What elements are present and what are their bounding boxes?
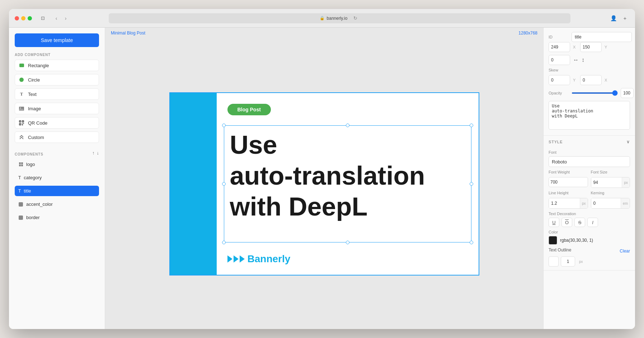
canvas-dimensions: 1280x768 xyxy=(518,31,537,36)
x-axis-label: X xyxy=(573,45,577,49)
component-list-item-category[interactable]: T category xyxy=(15,172,99,183)
save-template-button[interactable]: Save template xyxy=(15,33,99,47)
qrcode-icon xyxy=(19,120,24,126)
outline-width-input[interactable] xyxy=(561,256,575,267)
new-tab-button[interactable]: + xyxy=(621,14,629,23)
y-input[interactable] xyxy=(580,42,602,52)
color-swatch[interactable] xyxy=(549,236,557,245)
bannerly-text: Bannerly xyxy=(248,253,291,265)
handle-bot-right[interactable] xyxy=(470,241,473,244)
handle-bot-mid[interactable] xyxy=(346,241,349,244)
strikethrough-button[interactable]: S xyxy=(574,218,585,227)
account-icon-button[interactable]: 👤 xyxy=(609,14,618,23)
opacity-slider[interactable] xyxy=(572,92,618,94)
skew-x-input[interactable] xyxy=(580,75,602,85)
font-weight-label: Font Weight xyxy=(549,170,588,174)
underline-button[interactable]: U xyxy=(549,218,559,227)
rotation-arrow-v: ↕ xyxy=(582,57,584,63)
font-weight-size-row: Font Weight 700 400 900 Font Size px xyxy=(549,170,630,188)
italic-button[interactable]: I xyxy=(587,218,598,227)
style-chevron-icon[interactable]: ∨ xyxy=(626,139,630,144)
handle-bot-left[interactable] xyxy=(222,241,226,244)
handle-top-mid[interactable] xyxy=(346,124,349,127)
line-height-group: Line Height px xyxy=(549,191,588,209)
border-icon xyxy=(18,215,23,220)
canvas-area: Minimal Blog Post 1280x768 Blog Post xyxy=(105,28,543,329)
skew-y-input[interactable] xyxy=(549,75,570,85)
add-image-button[interactable]: Image xyxy=(15,103,99,114)
outline-color-swatch[interactable] xyxy=(549,256,559,267)
custom-icon xyxy=(19,134,24,140)
traffic-lights xyxy=(15,16,32,20)
id-row: ID xyxy=(549,32,630,42)
component-list-item-logo[interactable]: logo xyxy=(15,159,99,170)
bannerly-arrows xyxy=(227,255,245,263)
address-bar[interactable]: 🔒 bannerly.io ↻ xyxy=(109,13,570,23)
text-label: Text xyxy=(28,92,37,97)
line-height-input[interactable] xyxy=(549,198,580,208)
text-decoration-label: Text Decoration xyxy=(549,212,630,216)
titlebar: ⊡ ‹ › 🔒 bannerly.io ↻ 👤 + xyxy=(9,9,635,28)
id-label: ID xyxy=(549,35,569,39)
sidebar-toggle-button[interactable]: ⊡ xyxy=(38,15,48,22)
handle-mid-right[interactable] xyxy=(470,182,473,186)
component-list-item-border[interactable]: border xyxy=(15,212,99,223)
clear-link[interactable]: Clear xyxy=(620,249,630,254)
font-size-label: Font Size xyxy=(591,170,630,174)
rotation-input[interactable] xyxy=(549,55,570,65)
add-text-button[interactable]: T Text xyxy=(15,88,99,100)
forward-button[interactable]: › xyxy=(61,14,70,23)
maximize-button[interactable] xyxy=(28,16,32,20)
text-content-textarea[interactable]: Use auto-translation with DeepL xyxy=(549,101,630,130)
svg-rect-5 xyxy=(20,121,20,122)
title-text-block[interactable]: Useauto-translationwith DeepL xyxy=(224,125,471,242)
font-size-input[interactable] xyxy=(591,177,622,187)
font-weight-select[interactable]: 700 400 900 xyxy=(549,177,588,187)
style-label: STYLE xyxy=(549,140,563,144)
add-component-label: ADD COMPONENT xyxy=(15,53,99,57)
title-text: Useauto-translationwith DeepL xyxy=(230,129,465,222)
close-button[interactable] xyxy=(15,16,19,20)
sort-buttons: ↑ ↓ xyxy=(92,150,99,156)
sort-up-button[interactable]: ↑ xyxy=(92,150,95,156)
kerning-input-group: em xyxy=(591,198,630,209)
refresh-button[interactable]: ↻ xyxy=(351,14,359,23)
handle-mid-left[interactable] xyxy=(222,182,226,186)
banner-content: Blog Post xyxy=(217,93,479,275)
font-select[interactable]: Roboto Arial Georgia xyxy=(549,156,630,167)
canvas-wrapper: Blog Post xyxy=(169,92,479,276)
canvas-container[interactable]: Blog Post xyxy=(105,38,543,329)
component-list-item-title[interactable]: T title xyxy=(15,186,99,196)
style-header: STYLE ∨ xyxy=(544,136,635,147)
font-size-input-group: px xyxy=(591,177,630,188)
add-custom-button[interactable]: Custom xyxy=(15,131,99,143)
image-icon xyxy=(19,106,24,111)
sort-down-button[interactable]: ↓ xyxy=(97,150,99,156)
rectangle-icon xyxy=(19,62,24,68)
add-circle-button[interactable]: Circle xyxy=(15,74,99,85)
back-button[interactable]: ‹ xyxy=(52,14,61,23)
handle-top-right[interactable] xyxy=(470,124,473,127)
add-rectangle-button[interactable]: Rectangle xyxy=(15,60,99,71)
accent-color-icon xyxy=(18,202,23,207)
canvas-topbar: Minimal Blog Post 1280x768 xyxy=(105,28,543,38)
add-qrcode-button[interactable]: QR Code xyxy=(15,117,99,129)
component-list-item-accent-color[interactable]: accent_color xyxy=(15,199,99,209)
banner-canvas[interactable]: Blog Post xyxy=(170,93,479,275)
skew-row: Skew xyxy=(549,68,630,72)
lock-icon: 🔒 xyxy=(320,16,325,20)
id-input[interactable] xyxy=(572,32,632,42)
font-label: Font xyxy=(549,150,630,154)
svg-rect-10 xyxy=(22,124,23,125)
overline-button[interactable]: O xyxy=(561,218,572,227)
kerning-input[interactable] xyxy=(591,198,621,208)
blog-post-badge[interactable]: Blog Post xyxy=(227,104,271,115)
handle-top-left[interactable] xyxy=(222,124,226,127)
x-input[interactable] xyxy=(549,42,570,52)
opacity-input[interactable] xyxy=(621,88,634,98)
custom-label: Custom xyxy=(28,135,44,140)
banner-left-accent xyxy=(170,93,217,275)
minimize-button[interactable] xyxy=(21,16,25,20)
nav-buttons: ‹ › xyxy=(52,14,70,23)
line-kerning-row: Line Height px Kerning em xyxy=(549,191,630,209)
